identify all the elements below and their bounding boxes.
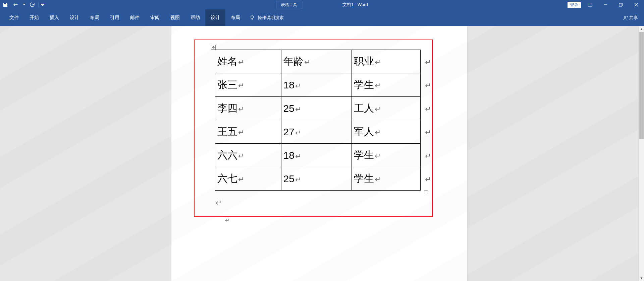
tab-mailings[interactable]: 邮件 xyxy=(125,9,145,26)
cell-text: 学生 xyxy=(354,173,374,184)
table-cell[interactable]: 张三↵ xyxy=(215,73,281,97)
vertical-scrollbar[interactable]: ▲ ▼ xyxy=(638,26,644,281)
paragraph-mark: ↵ xyxy=(295,82,301,90)
table-cell[interactable]: 工人↵ xyxy=(352,97,420,120)
tab-layout[interactable]: 布局 xyxy=(85,9,105,26)
paragraph-mark: ↵ xyxy=(238,152,244,160)
cell-text: 18 xyxy=(283,79,294,90)
tab-design[interactable]: 设计 xyxy=(64,9,85,26)
paragraph-mark: ↵ xyxy=(295,175,301,184)
table-row[interactable]: 王五↵ 27↵ 军人↵ xyxy=(215,120,420,144)
table-cell[interactable]: 学生↵ xyxy=(352,144,420,167)
cell-text: 学生 xyxy=(354,79,374,90)
cell-text: 25 xyxy=(283,173,294,184)
table-cell[interactable]: 职业↵ xyxy=(352,50,420,73)
maximize-icon xyxy=(619,3,623,7)
tab-view[interactable]: 视图 xyxy=(165,9,185,26)
cell-text: 27 xyxy=(283,126,294,137)
titlebar: 表格工具 文档1 - Word 登录 xyxy=(0,0,644,9)
paragraph-mark: ↵ xyxy=(295,152,301,160)
cell-text: 军人 xyxy=(354,126,374,137)
share-icon xyxy=(623,15,628,20)
table-cell[interactable]: 王五↵ xyxy=(215,120,281,144)
cell-text: 职业 xyxy=(354,56,374,67)
table-move-handle[interactable]: ✥ xyxy=(211,45,216,50)
table-cell[interactable]: 18↵ xyxy=(281,73,352,97)
table-cell[interactable]: 25↵ xyxy=(281,97,352,120)
paragraph-mark: ↵ xyxy=(375,58,381,66)
tab-help[interactable]: 帮助 xyxy=(185,9,205,26)
qat-customize[interactable] xyxy=(39,0,46,9)
redo-icon xyxy=(30,2,35,7)
chevron-down-icon xyxy=(23,4,25,6)
table-cell[interactable]: 六六↵ xyxy=(215,144,281,167)
svg-point-3 xyxy=(624,16,626,18)
scroll-up-button[interactable]: ▲ xyxy=(639,26,644,32)
table-cell[interactable]: 李四↵ xyxy=(215,97,281,120)
ribbon-tabs: 文件 开始 插入 设计 布局 引用 邮件 审阅 视图 帮助 设计 布局 操作说明… xyxy=(0,9,644,26)
table-cell[interactable]: 六七↵ xyxy=(215,167,281,191)
save-icon xyxy=(3,2,8,7)
table-cell[interactable]: 27↵ xyxy=(281,120,352,144)
tab-home[interactable]: 开始 xyxy=(24,9,44,26)
table-row[interactable]: 六六↵ 18↵ 学生↵ xyxy=(215,144,420,167)
minimize-icon xyxy=(603,3,607,7)
share-button[interactable]: 共享 xyxy=(623,15,638,21)
page[interactable]: ✥ 姓名↵ 年龄↵ 职业↵ 张三↵ 18↵ 学生↵ 李四↵ 25↵ 工人↵ xyxy=(171,26,467,281)
table-cell[interactable]: 姓名↵ xyxy=(215,50,281,73)
scroll-down-button[interactable]: ▼ xyxy=(639,275,644,281)
undo-dropdown[interactable] xyxy=(21,0,27,9)
paragraph-mark: ↵ xyxy=(295,105,301,114)
document-area: ✥ 姓名↵ 年龄↵ 职业↵ 张三↵ 18↵ 学生↵ 李四↵ 25↵ 工人↵ xyxy=(0,26,644,281)
share-label: 共享 xyxy=(629,15,638,21)
paragraph-mark: ↵ xyxy=(238,105,244,113)
row-end-mark: ↵ xyxy=(425,105,431,114)
paragraph-mark: ↵ xyxy=(238,81,244,90)
table-cell[interactable]: 年龄↵ xyxy=(281,50,352,73)
undo-button[interactable] xyxy=(11,0,21,9)
tab-references[interactable]: 引用 xyxy=(105,9,125,26)
document-title: 文档1 - Word xyxy=(342,2,368,8)
row-end-mark: ↵ xyxy=(425,58,431,67)
cell-text: 年龄 xyxy=(283,56,304,67)
minimize-button[interactable] xyxy=(598,0,613,9)
page-host[interactable]: ✥ 姓名↵ 年龄↵ 职业↵ 张三↵ 18↵ 学生↵ 李四↵ 25↵ 工人↵ xyxy=(0,26,638,281)
ribbon-options-icon xyxy=(588,3,592,7)
table-row[interactable]: 李四↵ 25↵ 工人↵ xyxy=(215,97,420,120)
tab-table-design[interactable]: 设计 xyxy=(205,9,225,26)
maximize-button[interactable] xyxy=(613,0,629,9)
window-buttons: 登录 xyxy=(568,0,644,9)
table-cell[interactable]: 25↵ xyxy=(281,167,352,191)
tell-me-search[interactable]: 操作说明搜索 xyxy=(250,15,284,21)
table-cell[interactable]: 军人↵ xyxy=(352,120,420,144)
document-table[interactable]: 姓名↵ 年龄↵ 职业↵ 张三↵ 18↵ 学生↵ 李四↵ 25↵ 工人↵ 王五↵ … xyxy=(215,50,421,191)
tab-file[interactable]: 文件 xyxy=(4,9,24,26)
table-row[interactable]: 张三↵ 18↵ 学生↵ xyxy=(215,73,420,97)
close-button[interactable] xyxy=(629,0,644,9)
table-cell[interactable]: 18↵ xyxy=(281,144,352,167)
row-end-mark: ↵ xyxy=(425,152,431,160)
table-cell[interactable]: 学生↵ xyxy=(352,167,420,191)
table-row[interactable]: 六七↵ 25↵ 学生↵ xyxy=(215,167,420,191)
paragraph-mark: ↵ xyxy=(295,129,301,137)
close-icon xyxy=(634,3,638,7)
tab-insert[interactable]: 插入 xyxy=(44,9,64,26)
cell-text: 张三 xyxy=(217,79,237,90)
tab-review[interactable]: 审阅 xyxy=(145,9,165,26)
tab-table-layout[interactable]: 布局 xyxy=(225,9,246,26)
quick-access-toolbar xyxy=(0,0,46,9)
row-end-mark: ↵ xyxy=(425,81,431,90)
table-resize-handle[interactable] xyxy=(424,190,428,194)
cell-text: 25 xyxy=(283,103,294,114)
table-row[interactable]: 姓名↵ 年龄↵ 职业↵ xyxy=(215,50,420,73)
ribbon-display-options[interactable] xyxy=(582,0,598,9)
table-cell[interactable]: 学生↵ xyxy=(352,73,420,97)
cell-text: 18 xyxy=(283,150,294,161)
scroll-thumb[interactable] xyxy=(639,32,644,139)
svg-rect-0 xyxy=(588,3,592,6)
redo-button[interactable] xyxy=(27,0,38,9)
svg-rect-1 xyxy=(619,4,622,6)
login-button[interactable]: 登录 xyxy=(568,2,581,8)
save-button[interactable] xyxy=(0,0,11,9)
cell-text: 姓名 xyxy=(217,56,237,67)
